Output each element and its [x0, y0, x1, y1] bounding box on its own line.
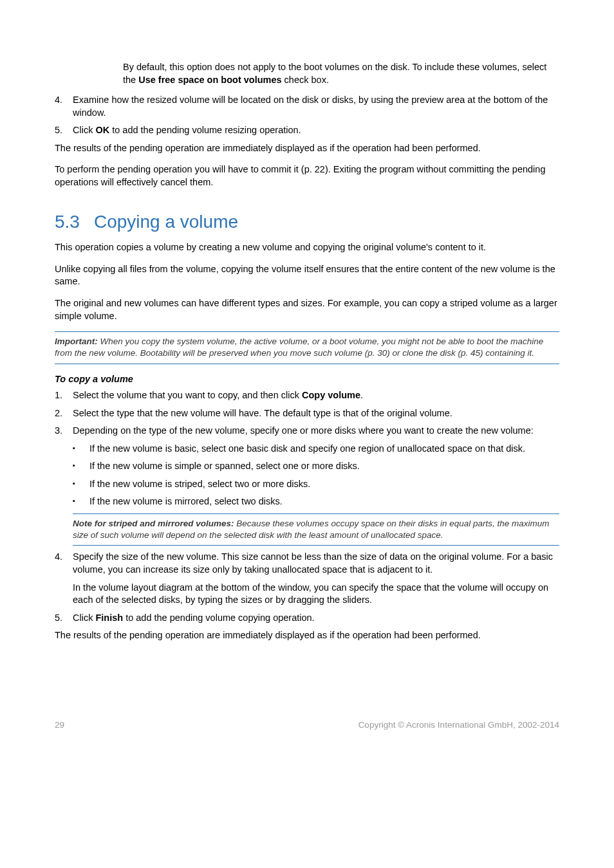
- copyright-text: Copyright © Acronis International GmbH, …: [358, 719, 559, 731]
- bullet-icon: ▪: [73, 443, 89, 456]
- after-p1: The results of the pending operation are…: [55, 142, 559, 155]
- step4-sub: In the volume layout diagram at the bott…: [73, 582, 559, 607]
- bullet-item: ▪ If the new volume is simple or spanned…: [73, 460, 559, 473]
- bullet-body: If the new volume is simple or spanned, …: [89, 460, 559, 473]
- indent-text-b: check box.: [282, 75, 329, 85]
- inner-note-label: Note for striped and mirrored volumes:: [73, 519, 234, 528]
- list-item: 3. Depending on the type of the new volu…: [55, 425, 559, 438]
- item-number: 3.: [55, 425, 73, 438]
- closing-para: The results of the pending operation are…: [55, 629, 559, 642]
- ordered-list-steps: 1. Select the volume that you want to co…: [55, 389, 559, 624]
- indent-para: By default, this option does not apply t…: [123, 61, 559, 86]
- section-heading: 5.3Copying a volume: [55, 210, 559, 234]
- item-number: 5.: [55, 612, 73, 625]
- item-body: Depending on the type of the new volume,…: [73, 425, 559, 438]
- indent-bold: Use free space on boot volumes: [138, 75, 281, 85]
- important-body: When you copy the system volume, the act…: [55, 337, 543, 358]
- page-footer: 29 Copyright © Acronis International Gmb…: [55, 719, 559, 731]
- item-number: 5.: [55, 124, 73, 137]
- item-body: Click OK to add the pending volume resiz…: [73, 124, 559, 137]
- inner-note: Note for striped and mirrored volumes: B…: [73, 513, 559, 546]
- subhead: To copy a volume: [55, 373, 559, 386]
- item-body: Examine how the resized volume will be l…: [73, 94, 559, 119]
- bullet-icon: ▪: [73, 460, 89, 473]
- item-number: 4.: [55, 551, 73, 576]
- important-label: Important:: [55, 337, 98, 346]
- list-item: 4. Examine how the resized volume will b…: [55, 94, 559, 119]
- item-body: Select the volume that you want to copy,…: [73, 389, 559, 402]
- step1-b: .: [360, 390, 363, 400]
- li5-bold: OK: [95, 125, 109, 135]
- item-number: 1.: [55, 389, 73, 402]
- item-body: Select the type that the new volume will…: [73, 407, 559, 420]
- section-number: 5.3: [55, 212, 80, 232]
- section-title: Copying a volume: [94, 212, 238, 232]
- section-p3: The original and new volumes can have di…: [55, 297, 559, 322]
- step1-a: Select the volume that you want to copy,…: [73, 390, 302, 400]
- bullet-body: If the new volume is striped, select two…: [89, 478, 559, 491]
- section-p2: Unlike copying all files from the volume…: [55, 263, 559, 288]
- list-item: 4. Specify the size of the new volume. T…: [55, 551, 559, 576]
- bullet-icon: ▪: [73, 478, 89, 491]
- li5-b: to add the pending volume resizing opera…: [109, 125, 301, 135]
- step5-a: Click: [73, 613, 95, 623]
- item-number: 4.: [55, 94, 73, 119]
- step5-b: to add the pending volume copying operat…: [123, 613, 314, 623]
- bullet-icon: ▪: [73, 495, 89, 508]
- page-number: 29: [55, 719, 64, 731]
- list-item: 5. Click Finish to add the pending volum…: [55, 612, 559, 625]
- bullet-item: ▪ If the new volume is basic, select one…: [73, 443, 559, 456]
- step5-bold: Finish: [95, 613, 123, 623]
- bullet-item: ▪ If the new volume is mirrored, select …: [73, 495, 559, 508]
- item-number: 2.: [55, 407, 73, 420]
- bullet-item: ▪ If the new volume is striped, select t…: [73, 478, 559, 491]
- li5-a: Click: [73, 125, 95, 135]
- list-item: 1. Select the volume that you want to co…: [55, 389, 559, 402]
- step1-bold: Copy volume: [302, 390, 360, 400]
- bullet-body: If the new volume is mirrored, select tw…: [89, 495, 559, 508]
- item-body: Click Finish to add the pending volume c…: [73, 612, 559, 625]
- bullet-body: If the new volume is basic, select one b…: [89, 443, 559, 456]
- list-item: 5. Click OK to add the pending volume re…: [55, 124, 559, 137]
- item-body: Specify the size of the new volume. This…: [73, 551, 559, 576]
- after-p2: To perform the pending operation you wil…: [55, 163, 559, 189]
- important-note: Important: When you copy the system volu…: [55, 331, 559, 364]
- ordered-list-top: 4. Examine how the resized volume will b…: [55, 94, 559, 137]
- section-p1: This operation copies a volume by creati…: [55, 241, 559, 254]
- list-item: 2. Select the type that the new volume w…: [55, 407, 559, 420]
